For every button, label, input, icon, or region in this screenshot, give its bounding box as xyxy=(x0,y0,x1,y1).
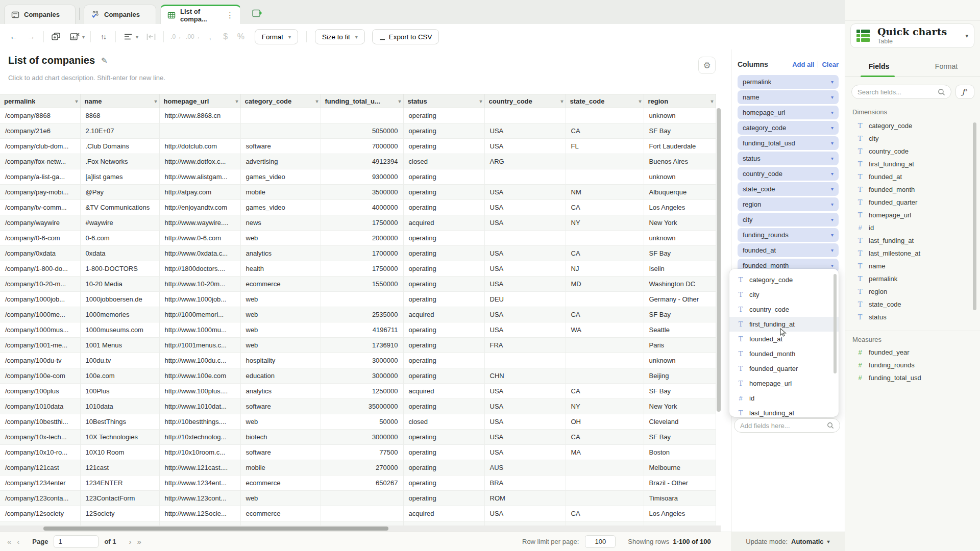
column-chip-homepage_url[interactable]: homepage_url▾ xyxy=(738,106,839,119)
sort-chevron-icon[interactable]: ▾ xyxy=(235,98,238,104)
horizontal-scrollbar-thumb[interactable] xyxy=(43,527,388,531)
increase-decimals-button[interactable]: .00→ xyxy=(186,30,201,44)
column-chip-region[interactable]: region▾ xyxy=(738,197,839,211)
sort-chevron-icon[interactable]: ▾ xyxy=(479,98,482,104)
field-item-permalink[interactable]: Tpermalink xyxy=(849,272,971,285)
sort-chevron-icon[interactable]: ▾ xyxy=(639,98,641,104)
chevron-down-icon[interactable]: ▾ xyxy=(82,34,85,40)
thousands-separator-button[interactable]: , xyxy=(204,30,217,44)
column-chip-state_code[interactable]: state_code▾ xyxy=(738,182,839,196)
dropdown-item-city[interactable]: Tcity xyxy=(729,287,839,302)
chart-type-selector[interactable]: Quick charts Table ▾ xyxy=(850,23,974,48)
chart-settings-button[interactable]: ⚙ xyxy=(698,57,716,74)
column-header-permalink[interactable]: permalink▾ xyxy=(0,94,80,108)
row-limit-input[interactable] xyxy=(585,535,616,548)
sort-chevron-icon[interactable]: ▾ xyxy=(315,98,318,104)
chevron-down-icon[interactable]: ▾ xyxy=(831,217,834,222)
chevron-down-icon[interactable]: ▾ xyxy=(831,125,834,131)
sort-chevron-icon[interactable]: ▾ xyxy=(75,98,78,104)
dropdown-item-founded_quarter[interactable]: Tfounded_quarter xyxy=(729,361,839,376)
sort-chevron-icon[interactable]: ▾ xyxy=(710,98,713,104)
column-chip-permalink[interactable]: permalink▾ xyxy=(738,75,839,89)
chevron-down-icon[interactable]: ▾ xyxy=(831,140,834,146)
chevron-down-icon[interactable]: ▾ xyxy=(831,247,834,253)
decrease-decimals-button[interactable]: .0→ xyxy=(169,30,183,44)
field-item-founded_at[interactable]: Tfounded_at xyxy=(849,170,971,183)
column-header-country_code[interactable]: country_code▾ xyxy=(484,94,566,108)
chevron-down-icon[interactable]: ▾ xyxy=(965,33,968,39)
field-item-status[interactable]: Tstatus xyxy=(849,311,971,323)
chevron-down-icon[interactable]: ▾ xyxy=(831,263,834,268)
column-chip-status[interactable]: status▾ xyxy=(738,152,839,165)
field-item-founded_year[interactable]: #founded_year xyxy=(849,346,971,359)
next-page-icon[interactable]: › xyxy=(129,537,132,546)
column-header-status[interactable]: status▾ xyxy=(403,94,484,108)
tab-list-of-companies[interactable]: List of compa... ⋮ xyxy=(160,5,241,24)
tab-format[interactable]: Format xyxy=(913,56,980,76)
add-tab-button[interactable] xyxy=(249,6,265,20)
column-header-funding_total_u...[interactable]: funding_total_u...▾ xyxy=(321,94,403,108)
dropdown-item-country_code[interactable]: Tcountry_code xyxy=(729,302,839,317)
tab-companies-1[interactable]: a Companies xyxy=(4,5,76,24)
field-item-country_code[interactable]: Tcountry_code xyxy=(849,145,971,158)
field-item-category_code[interactable]: Tcategory_code xyxy=(849,119,971,132)
column-chip-funding_total_usd[interactable]: funding_total_usd▾ xyxy=(738,136,839,150)
chevron-down-icon[interactable]: ▾ xyxy=(831,202,834,207)
search-fields-box[interactable] xyxy=(851,85,951,99)
field-item-homepage_url[interactable]: Thomepage_url xyxy=(849,209,971,221)
chevron-down-icon[interactable]: ▾ xyxy=(831,186,834,192)
chevron-down-icon[interactable]: ▾ xyxy=(831,94,834,100)
chevron-down-icon[interactable]: ▾ xyxy=(831,232,834,238)
chart-description-placeholder[interactable]: Click to add chart description. Shift-en… xyxy=(8,74,165,82)
field-item-last_funding_at[interactable]: Tlast_funding_at xyxy=(849,234,971,247)
column-chip-country_code[interactable]: country_code▾ xyxy=(738,167,839,181)
field-item-name[interactable]: Tname xyxy=(849,260,971,272)
vertical-scrollbar[interactable] xyxy=(717,108,721,412)
field-item-state_code[interactable]: Tstate_code xyxy=(849,298,971,311)
column-header-name[interactable]: name▾ xyxy=(80,94,159,108)
field-item-id[interactable]: #id xyxy=(849,221,971,234)
search-fields-input[interactable] xyxy=(857,88,938,96)
field-item-founded_quarter[interactable]: Tfounded_quarter xyxy=(849,196,971,209)
column-header-homepage_url[interactable]: homepage_url▾ xyxy=(159,94,240,108)
dropdown-scrollbar[interactable] xyxy=(834,274,837,373)
tab-menu-icon[interactable]: ⋮ xyxy=(226,11,234,20)
sort-chevron-icon[interactable]: ▾ xyxy=(398,98,401,104)
wrap-text-button[interactable] xyxy=(144,30,158,44)
column-header-state_code[interactable]: state_code▾ xyxy=(566,94,644,108)
dropdown-item-id[interactable]: #id xyxy=(729,391,839,406)
field-item-funding_total_usd[interactable]: #funding_total_usd xyxy=(849,371,971,384)
sort-button[interactable]: ↑↓ xyxy=(96,30,110,44)
sort-chevron-icon[interactable]: ▾ xyxy=(154,98,157,104)
field-item-funding_rounds[interactable]: #funding_rounds xyxy=(849,359,971,371)
duplicate-chart-button[interactable] xyxy=(50,30,63,44)
chevron-down-icon[interactable]: ▾ xyxy=(831,171,834,177)
field-item-founded_month[interactable]: Tfounded_month xyxy=(849,183,971,196)
percent-format-button[interactable]: % xyxy=(234,30,248,44)
tab-fields[interactable]: Fields xyxy=(845,56,913,76)
last-page-icon[interactable]: » xyxy=(137,537,141,546)
export-csv-button[interactable]: Export to CSV xyxy=(372,29,439,44)
previous-page-icon[interactable]: ‹ xyxy=(17,537,19,546)
chevron-down-icon[interactable]: ▾ xyxy=(831,110,834,115)
add-fields-box[interactable] xyxy=(734,418,840,433)
sort-chevron-icon[interactable]: ▾ xyxy=(560,98,563,104)
currency-format-button[interactable]: $ xyxy=(219,30,232,44)
delete-chart-button[interactable] xyxy=(68,30,81,44)
chevron-down-icon[interactable]: ▾ xyxy=(831,156,834,161)
align-button[interactable] xyxy=(121,30,135,44)
field-item-last_milestone_at[interactable]: Tlast_milestone_at xyxy=(849,247,971,260)
horizontal-scrollbar[interactable] xyxy=(0,525,721,532)
undo-button[interactable]: ← xyxy=(7,30,20,44)
column-chip-city[interactable]: city▾ xyxy=(738,213,839,227)
dropdown-item-category_code[interactable]: Tcategory_code xyxy=(729,272,839,287)
add-all-link[interactable]: Add all xyxy=(792,61,814,68)
column-chip-name[interactable]: name▾ xyxy=(738,90,839,104)
page-number-input[interactable] xyxy=(54,535,99,548)
field-item-region[interactable]: Tregion xyxy=(849,285,971,298)
column-chip-founded_at[interactable]: founded_at▾ xyxy=(738,243,839,257)
add-fields-input[interactable] xyxy=(740,422,827,430)
chevron-down-icon[interactable]: ▾ xyxy=(136,34,138,40)
format-button[interactable]: Format ▾ xyxy=(255,29,298,44)
first-page-icon[interactable]: « xyxy=(7,537,11,546)
